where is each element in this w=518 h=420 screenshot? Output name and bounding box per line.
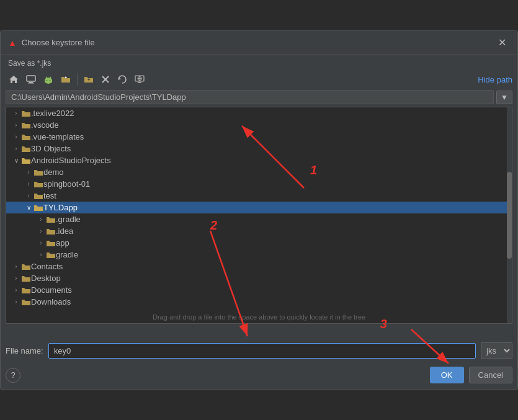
tree-item[interactable]: › spingboot-01 [6,178,512,190]
tree-label: .texlive2022 [31,109,74,118]
tree-label: Documents [31,285,72,295]
folder-up-icon [61,75,71,84]
tree-label: demo [43,168,64,177]
tree-label: Contacts [31,262,63,271]
tree-label: 3D Objects [31,144,71,153]
new-folder-icon: + [84,75,94,84]
tree-item[interactable]: › gradle [6,249,512,261]
scrollbar-thumb[interactable] [507,172,512,258]
tree-item[interactable]: › .texlive2022 [6,107,512,119]
svg-point-9 [50,80,51,81]
hide-path-button[interactable]: Hide path [478,75,512,84]
tree-label: gradle [56,250,78,259]
tree-item[interactable]: › .vue-templates [6,131,512,143]
toolbar-left: + [6,73,148,86]
close-button[interactable]: ✕ [494,35,510,50]
home-icon [9,75,19,84]
folder-icon [21,133,31,141]
tree-item[interactable]: ∨ AndroidStudioProjects [6,154,512,166]
dialog-icon: ▲ [8,38,17,48]
toolbar: + [1,70,517,89]
path-input[interactable] [6,90,494,104]
folder-icon [21,156,31,165]
tree-item-tyldapp[interactable]: ∨ TYLDapp [6,202,512,213]
dialog-title: Choose keystore file [22,38,95,47]
home-button[interactable] [6,73,22,86]
save-as-label: Save as *.jks [1,55,517,70]
action-buttons-area: ? 3 OK Cancel [1,363,517,390]
monitor-icon [26,75,36,84]
tree-arrow: › [24,181,33,187]
title-bar: ▲ Choose keystore file ✕ [1,30,517,55]
folder-icon [46,215,56,224]
svg-rect-2 [29,82,33,83]
tree-label: Downloads [31,297,71,306]
file-tree: › .texlive2022 › .vscode › .vue-template… [6,107,512,324]
network-button[interactable] [132,73,148,86]
folder-icon [33,192,43,200]
tree-arrow: › [11,110,21,117]
title-bar-left: ▲ Choose keystore file [8,38,95,48]
scrollbar-track [507,107,512,323]
svg-text:+: + [87,78,90,82]
ok-button[interactable]: OK [430,367,464,383]
tree-arrow: › [11,275,21,282]
tree-arrow: › [11,287,21,293]
tree-item[interactable]: › test [6,190,512,202]
help-button[interactable]: ? [6,368,20,383]
monitor-button[interactable] [23,73,39,86]
refresh-button[interactable] [114,73,130,86]
tree-item[interactable]: › 3D Objects [6,143,512,154]
hint-area: 2 [6,324,512,339]
tree-label: Desktop [31,274,61,283]
tree-item[interactable]: › Contacts [6,261,512,272]
tree-item[interactable]: › Documents [6,284,512,296]
cancel-button[interactable]: Cancel [469,367,512,383]
tree-label: TYLDapp [43,203,78,212]
delete-button[interactable] [98,73,113,86]
svg-rect-1 [27,76,35,81]
tree-label: .idea [56,226,73,236]
svg-marker-14 [118,78,121,80]
svg-point-8 [47,80,48,81]
drag-drop-hint: Drag and drop a file into the space abov… [153,313,365,321]
delete-icon [101,75,110,84]
tree-arrow: › [11,122,21,128]
network-icon [135,75,145,84]
folder-icon [33,180,43,189]
file-name-area: File name: jks bks [1,339,517,363]
tree-label: test [43,191,56,200]
new-folder-button[interactable]: + [81,73,97,86]
folder-icon [46,251,56,259]
svg-marker-10 [65,76,67,78]
tree-arrow: › [24,192,33,199]
svg-rect-19 [138,82,141,83]
path-dropdown-button[interactable]: ▼ [496,91,512,104]
file-name-input[interactable] [48,343,476,359]
tree-item[interactable]: › Desktop [6,272,512,284]
tree-label: spingboot-01 [43,179,90,189]
tree-arrow: ∨ [24,204,33,211]
tree-arrow: › [11,263,21,270]
tree-arrow: › [36,216,46,223]
folder-icon [21,145,31,153]
tree-item[interactable]: › .gradle [6,213,512,225]
tree-arrow: › [36,251,46,258]
folder-icon [21,298,31,306]
tree-item[interactable]: › app [6,237,512,249]
tree-item[interactable]: › Downloads [6,296,512,308]
tree-item[interactable]: › .vscode [6,119,512,131]
folder-icon [46,227,56,236]
folder-icon [46,239,56,248]
tree-label: .vscode [31,120,59,130]
tree-label: .vue-templates [31,132,84,141]
extension-select[interactable]: jks bks [481,342,512,359]
svg-rect-5 [45,79,52,83]
folder-up-button[interactable] [58,73,74,86]
refresh-icon [117,75,127,84]
tree-item[interactable]: › demo [6,166,512,178]
android-button[interactable] [40,73,56,86]
tree-item[interactable]: › .idea [6,225,512,237]
svg-marker-0 [9,76,18,83]
tree-label: .gradle [56,215,81,224]
